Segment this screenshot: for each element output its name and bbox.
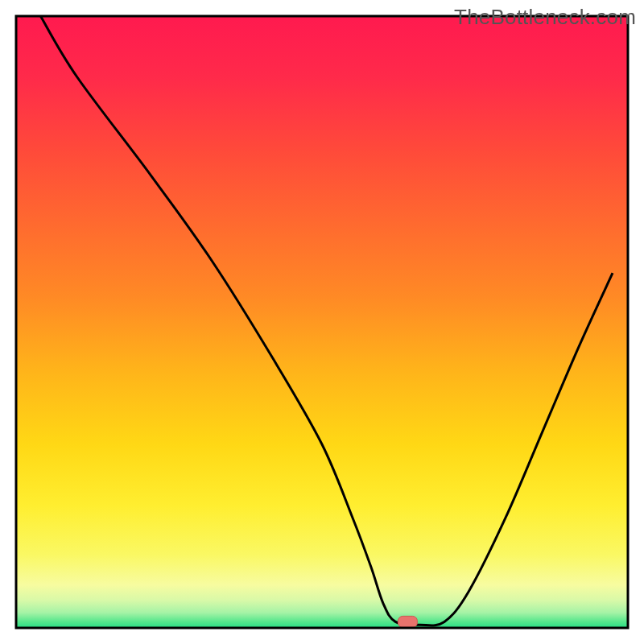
chart-container: TheBottleneck.com [0, 0, 644, 644]
plot-background [16, 16, 628, 628]
watermark-text: TheBottleneck.com [454, 5, 636, 30]
optimum-marker [398, 616, 417, 627]
bottleneck-chart [0, 0, 644, 644]
